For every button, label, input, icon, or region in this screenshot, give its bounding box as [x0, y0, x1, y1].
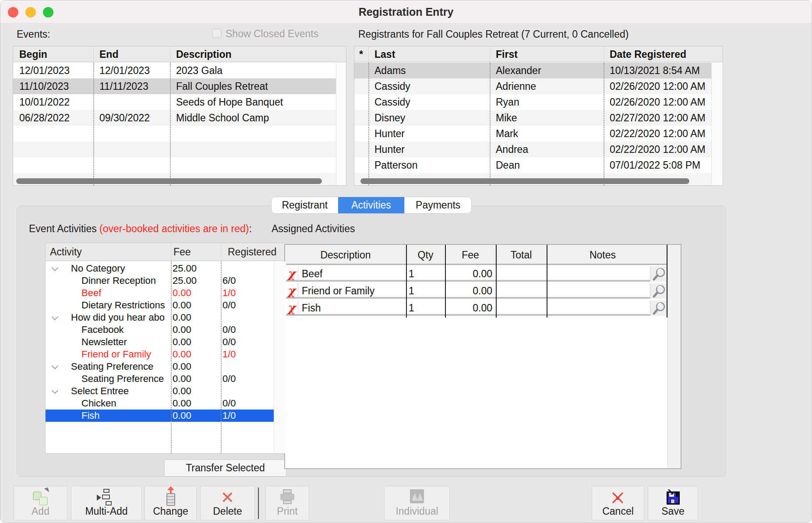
cell-description: Beef: [302, 266, 322, 282]
remove-activity-icon[interactable]: χ: [288, 267, 296, 280]
column-header-last[interactable]: Last: [374, 46, 395, 62]
magnifier-icon[interactable]: [650, 301, 667, 315]
chevron-down-icon[interactable]: [52, 387, 59, 394]
table-row[interactable]: 10/01/2022Seeds of Hope Banquet: [13, 94, 346, 110]
cell-last: Hunter: [374, 141, 405, 157]
activity-name: Dietary Restrictions: [81, 299, 171, 311]
overbooked-note: (over-booked activities are in red): [99, 223, 249, 234]
show-closed-events-checkbox[interactable]: [212, 28, 222, 38]
assigned-vertical-scrollbar-track[interactable]: [667, 245, 681, 468]
table-row[interactable]: [13, 141, 346, 157]
cell-description: Friend or Family: [302, 283, 374, 299]
activity-name: Newsletter: [81, 336, 171, 348]
column-header-begin[interactable]: Begin: [19, 46, 47, 62]
column-header-date-registered[interactable]: Date Registered: [610, 46, 686, 62]
assigned-activity-row[interactable]: χBeef10.00: [285, 266, 667, 282]
activity-tree-row[interactable]: Beef0.001/0: [46, 287, 274, 299]
multi-add-icon: [96, 488, 117, 507]
activity-tree-row[interactable]: Friend or Family0.001/0: [46, 348, 274, 360]
events-horizontal-scrollbar-thumb[interactable]: [16, 178, 322, 184]
table-row[interactable]: AdamsAlexander10/13/2021 8:54 AM: [354, 63, 723, 78]
table-row[interactable]: CassidyRyan02/26/2020 12:00 AM: [354, 94, 723, 110]
activity-tree-row[interactable]: Dietary Restrictions0.000/0: [46, 299, 274, 311]
assigned-activity-row[interactable]: χFish10.00: [285, 300, 667, 316]
column-header-description[interactable]: Description: [285, 245, 406, 265]
remove-activity-button[interactable]: χ: [285, 283, 298, 299]
toolbar-button-save[interactable]: ↘Save: [648, 486, 698, 520]
assigned-activity-row[interactable]: χFriend or Family10.00: [285, 283, 667, 299]
open-notes-button[interactable]: [650, 300, 667, 316]
column-header-notes[interactable]: Notes: [547, 245, 659, 265]
table-row[interactable]: HunterAndrea02/22/2020 12:00 AM: [354, 141, 723, 157]
table-row[interactable]: 12/01/202312/01/20232023 Gala: [13, 63, 346, 78]
toolbar-button-cancel[interactable]: Cancel: [592, 486, 644, 520]
cell-last: Cassidy: [374, 94, 410, 110]
remove-activity-button[interactable]: χ: [285, 266, 298, 282]
toolbar-button-multi-add[interactable]: Multi-Add: [71, 486, 142, 520]
activity-tree-row[interactable]: Dinner Reception25.006/0: [46, 275, 274, 287]
activity-tree-row[interactable]: Chicken0.000/0: [46, 397, 274, 410]
table-row[interactable]: HunterMark02/22/2020 12:00 AM: [354, 126, 723, 141]
toolbar-button-individual[interactable]: Individual: [384, 486, 450, 520]
cell-date-registered: 02/26/2020 12:00 AM: [610, 94, 706, 110]
column-header-qty[interactable]: Qty: [406, 245, 445, 265]
activity-fee: 0.00: [173, 373, 191, 385]
table-row[interactable]: CassidyAdrienne02/26/2020 12:00 AM: [354, 78, 723, 94]
tab-registrant[interactable]: Registrant: [272, 197, 338, 213]
activity-tree-row[interactable]: Seating Preference0.00: [46, 360, 274, 373]
column-header-end[interactable]: End: [99, 46, 118, 62]
activity-tree-row[interactable]: Facebook0.000/0: [46, 324, 274, 336]
cell-description: Middle School Camp: [176, 110, 269, 126]
column-header-activity[interactable]: Activity: [50, 243, 82, 261]
toolbar-button-change[interactable]: Change: [145, 486, 197, 520]
registrants-horizontal-scrollbar-thumb[interactable]: [360, 178, 689, 184]
column-header-fee[interactable]: Fee: [445, 245, 496, 265]
activity-tree-row[interactable]: No Category25.00: [46, 262, 274, 275]
events-table: Begin End Description 12/01/202312/01/20…: [13, 46, 346, 186]
table-row[interactable]: PattersonDean07/01/2022 5:08 PM: [354, 157, 723, 173]
column-header-description[interactable]: Description: [176, 46, 232, 62]
activity-name: Select Entree: [71, 385, 171, 397]
activity-fee: 0.00: [173, 410, 191, 422]
transfer-selected-button[interactable]: Transfer Selected: [164, 459, 286, 477]
remove-activity-button[interactable]: χ: [285, 300, 298, 316]
magnifier-icon[interactable]: [650, 284, 667, 298]
remove-activity-icon[interactable]: χ: [288, 301, 296, 315]
save-icon: ↘: [663, 488, 683, 507]
column-header-total[interactable]: Total: [496, 245, 547, 265]
activity-tree-row[interactable]: Fish0.001/0: [46, 410, 274, 422]
table-row[interactable]: 11/10/202311/11/2023Fall Couples Retreat: [13, 78, 346, 94]
activity-tree-row[interactable]: Newsletter0.000/0: [46, 336, 274, 348]
toolbar-button-add[interactable]: Add: [14, 486, 67, 520]
chevron-down-icon[interactable]: [52, 265, 59, 272]
assigned-activities-label: Assigned Activities: [272, 223, 355, 235]
activity-registered: 0/0: [222, 336, 236, 348]
activity-tree-row[interactable]: Select Entree0.00: [46, 385, 274, 397]
tab-activities[interactable]: Activities: [338, 197, 405, 213]
activity-tree-row[interactable]: Seating Preference0.000/0: [46, 373, 274, 385]
column-header-first[interactable]: First: [496, 46, 518, 62]
assigned-activities-header: Description Qty Fee Total Notes: [285, 245, 667, 265]
column-header-fee[interactable]: Fee: [173, 243, 191, 261]
activity-registered: 0/0: [222, 397, 236, 410]
table-row[interactable]: [13, 157, 346, 173]
toolbar-button-delete[interactable]: ✕Delete: [200, 486, 255, 520]
cell-description: Fish: [302, 300, 321, 316]
table-row[interactable]: DisneyMike02/27/2020 12:00 AM: [354, 110, 723, 126]
remove-activity-icon[interactable]: χ: [288, 284, 296, 297]
open-notes-button[interactable]: [650, 283, 667, 299]
tab-payments[interactable]: Payments: [404, 197, 471, 213]
activity-name: Seating Preference: [81, 373, 171, 385]
chevron-down-icon[interactable]: [52, 314, 59, 321]
chevron-down-icon[interactable]: [52, 363, 59, 370]
column-header-star[interactable]: *: [359, 46, 363, 62]
column-header-registered[interactable]: Registered: [228, 243, 276, 261]
cell-first: Andrea: [496, 141, 528, 157]
magnifier-icon[interactable]: [650, 267, 667, 281]
activity-tree-row[interactable]: How did you hear abo0.00: [46, 311, 274, 324]
toolbar-button-print[interactable]: Print: [265, 486, 309, 520]
table-row[interactable]: 06/28/202209/30/2022Middle School Camp: [13, 110, 346, 126]
open-notes-button[interactable]: [650, 266, 667, 282]
table-row[interactable]: [13, 126, 346, 141]
activity-fee: 0.00: [173, 385, 191, 397]
